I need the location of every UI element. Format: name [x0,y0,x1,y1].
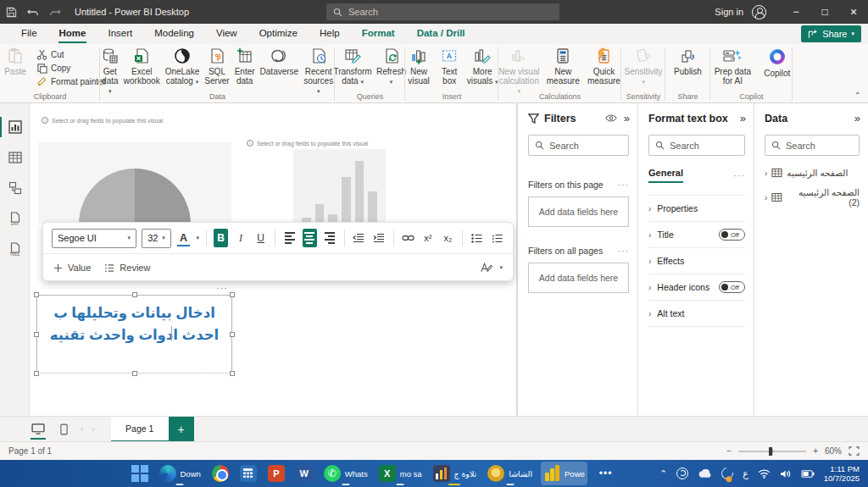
chevron-down-icon[interactable]: ▾ [196,235,199,241]
textbox-text-line2[interactable]: احدث ادوات واحدث تقنيه [37,324,231,346]
textbox-visual[interactable]: ادخال بيانات وتحليلها ب احدث ادوات واحدث… [36,295,232,374]
font-family-select[interactable]: Segoe UI▾ [52,229,136,248]
tab-format[interactable]: Format [351,24,406,44]
italic-button[interactable]: I [233,229,248,247]
clock[interactable]: 1:11 PM 10/7/2025 [824,464,860,484]
resize-handle[interactable] [34,332,39,337]
calculator-taskbar-item[interactable] [237,462,259,485]
title-toggle[interactable]: Off [719,229,745,241]
prep-data-for-ai-button[interactable]: Prep data for AI [710,44,755,86]
wifi-icon[interactable] [758,469,771,479]
edge-taskbar-item[interactable]: Down [157,462,203,485]
get-data-button[interactable]: Get data ▾ [102,44,119,96]
resize-handle[interactable] [34,292,39,297]
more-options-icon[interactable]: ··· [618,180,630,190]
font-size-select[interactable]: 32▾ [142,229,171,248]
collapse-pane-icon[interactable]: » [740,112,745,125]
filters-search-input[interactable]: Search [528,135,629,156]
refresh-button[interactable]: Refresh▾ [376,44,406,86]
section-title[interactable]: › Title Off [648,221,745,247]
quick-measure-button[interactable]: Quick measure [587,44,621,86]
new-visual-button[interactable]: New visual [405,44,432,86]
general-tab[interactable]: General [648,168,683,183]
cut-button[interactable]: Cut [36,49,106,60]
copilot-button[interactable]: Copilot [762,44,793,78]
publish-button[interactable]: Publish [671,44,705,76]
transform-data-button[interactable]: Transform data ▾ [334,44,371,86]
bullet-list-button[interactable] [470,229,485,247]
collapse-pane-icon[interactable]: » [624,112,629,125]
insert-link-button[interactable] [400,229,415,247]
fit-to-page-icon[interactable] [849,446,860,456]
resize-handle[interactable] [132,292,137,297]
global-search-input[interactable]: Search [326,3,559,20]
zoom-in-button[interactable]: + [813,446,818,456]
format-painter-button[interactable]: Format painter [36,76,106,87]
add-value-button[interactable]: Value [53,263,91,273]
zoom-out-button[interactable]: − [726,446,732,456]
share-button[interactable]: Share ▾ [801,25,861,42]
word-taskbar-item[interactable]: W [293,462,315,485]
numbered-list-button[interactable] [489,229,504,247]
data-table-item[interactable]: › الصفحه الرئيسيه (2) [765,187,860,208]
add-fields-dropzone[interactable]: Add data fields here [528,263,629,293]
resize-handle[interactable] [132,371,137,376]
text-box-button[interactable]: Text box [437,44,461,86]
excel-workbook-button[interactable]: Excel workbook [124,44,160,86]
onedrive-cloud-icon[interactable] [698,469,712,479]
whatsapp-taskbar-item[interactable]: Whats [321,462,370,485]
visual-more-options[interactable]: ··· [216,283,228,293]
model-view-button[interactable] [0,173,30,203]
align-left-button[interactable] [282,229,298,247]
tmdl-view-button[interactable]: TMDL [0,234,30,264]
report-canvas[interactable]: i Select or drag fields to populate this… [30,103,517,416]
account-avatar-icon[interactable] [752,5,766,19]
format-search-input[interactable]: Search [648,135,745,156]
chevron-down-icon[interactable]: ▾ [499,264,503,271]
talawa-app-taskbar-item[interactable]: تلاوة ج [431,462,480,485]
textbox-text-line1[interactable]: ادخال بيانات وتحليلها ب [37,302,231,324]
resize-handle[interactable] [230,292,235,297]
spell-check-pen-icon[interactable] [479,262,492,274]
tab-view[interactable]: View [205,24,248,44]
zoom-slider[interactable] [738,451,806,452]
start-button[interactable] [129,462,151,485]
new-measure-button[interactable]: New measure [546,44,581,86]
underline-button[interactable]: U [253,229,269,247]
section-alt-text[interactable]: › Alt text [648,300,745,326]
resize-handle[interactable] [230,332,235,337]
minimize-button[interactable]: − [782,0,810,24]
tab-modeling[interactable]: Modeling [143,24,205,44]
save-icon[interactable] [0,0,22,24]
shasha-app-taskbar-item[interactable]: الشاشا [485,462,535,485]
dax-query-view-button[interactable]: DAX [0,203,30,234]
volume-icon[interactable] [780,469,792,479]
close-button[interactable]: × [839,0,868,24]
section-properties[interactable]: › Properties [648,195,745,221]
battery-icon[interactable] [801,470,815,478]
taskbar-overflow[interactable]: ••• [593,462,619,485]
tab-data-drill[interactable]: Data / Drill [406,24,476,44]
data-search-input[interactable]: Search [765,135,860,156]
align-right-button[interactable] [322,229,337,247]
obs-tray-icon[interactable] [676,468,688,479]
page-tab[interactable]: Page 1 [111,417,169,442]
section-header-icons[interactable]: › Header icons Off [648,274,745,300]
redo-icon[interactable] [44,0,66,24]
resize-handle[interactable] [230,371,235,376]
increase-indent-button[interactable] [371,229,387,247]
section-effects[interactable]: › Effects [648,247,745,274]
powerbi-taskbar-item[interactable]: Powe [541,462,587,485]
maximize-button[interactable]: □ [810,0,839,24]
add-fields-dropzone[interactable]: Add data fields here [528,196,629,227]
pie-chart-placeholder-visual[interactable] [38,142,231,224]
bold-button[interactable]: B [214,229,229,247]
mobile-layout-button[interactable] [51,417,76,442]
tab-home[interactable]: Home [48,24,97,44]
desktop-layout-button[interactable] [25,417,51,442]
more-options-icon[interactable]: ··· [618,246,630,256]
new-page-button[interactable]: + [169,417,194,442]
table-view-button[interactable] [0,142,30,173]
tray-expand-chevron[interactable]: ⌃ [659,468,667,479]
collapse-pane-icon[interactable]: » [854,112,860,125]
